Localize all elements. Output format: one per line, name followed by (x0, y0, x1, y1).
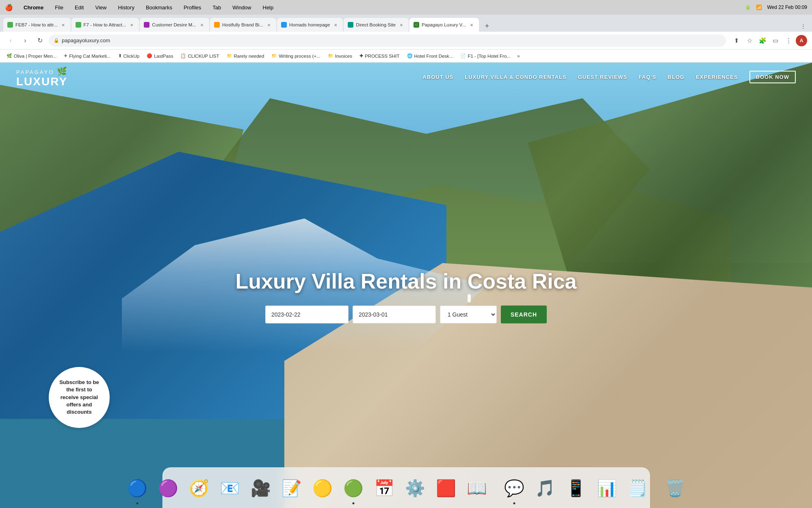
battery-icon: 🔋 (745, 4, 751, 10)
subscribe-bubble[interactable]: Subscribe to be the first to receive spe… (49, 367, 110, 428)
menubar-window[interactable]: Window (230, 4, 253, 11)
dock-launchpad[interactable]: 🟣 (154, 474, 182, 502)
checkin-input[interactable] (265, 306, 349, 323)
dock-stickies[interactable]: 🗒️ (624, 474, 652, 502)
tab-papagayo[interactable]: 🌿 Papagayo Luxury V... × (409, 18, 479, 32)
bookmark-favicon-lastpass: 🔴 (147, 53, 152, 59)
chrome-toolbar: ‹ › ↻ 🔒 papagayoluxury.com ⬆ ☆ 🧩 ▭ ⋮ A (0, 32, 812, 50)
menubar-chrome[interactable]: Chrome (21, 4, 46, 11)
bookmark-label-lastpass: LastPass (154, 54, 173, 59)
tab-f7[interactable]: F7 - How to Attract... × (71, 18, 139, 32)
bookmark-favicon-rarely: 📁 (227, 53, 232, 59)
photobooth-icon: 🟥 (436, 480, 456, 496)
dock: 🔵 🟣 🧭 📧 🎥 📝 🟡 🟢 📅 ⚙️ 🟥 📖 💬 🎵 (162, 467, 650, 508)
menubar-profiles[interactable]: Profiles (181, 4, 204, 11)
tab-close-customer[interactable]: × (199, 22, 205, 28)
bookmark-label-process: PROCESS SHIT (365, 54, 400, 59)
sidebar-icon[interactable]: ▭ (770, 35, 781, 46)
numbers-icon: 📊 (597, 480, 617, 496)
tab-close-feb7[interactable]: × (60, 22, 67, 28)
tab-homads[interactable]: Homads homepage × (277, 18, 343, 32)
extensions-icon[interactable]: 🧩 (757, 35, 768, 46)
bookmark-clickuplist[interactable]: 📋 CLICKUP LIST (177, 52, 222, 60)
bookmark-star-icon[interactable]: ☆ (744, 35, 755, 46)
trash-icon: 🗑️ (665, 480, 685, 496)
tab-close-hostfully[interactable]: × (266, 22, 272, 28)
menubar-edit[interactable]: Edit (72, 4, 86, 11)
nav-about[interactable]: ABOUT US (422, 74, 453, 80)
bookmark-writing[interactable]: 📁 Writing process (+... (268, 52, 323, 60)
dock-numbers[interactable]: 📊 (593, 474, 621, 502)
dock-facetime[interactable]: 🎥 (247, 474, 275, 502)
refresh-button[interactable]: ↻ (34, 35, 45, 46)
address-bar[interactable]: 🔒 papagayoluxury.com (49, 35, 726, 47)
bookmark-hotelfront[interactable]: 🌐 Hotel Front Desk... (404, 52, 457, 60)
dock-finder[interactable]: 🔵 (123, 474, 151, 502)
dock-safari[interactable]: 🧭 (185, 474, 213, 502)
dock-appstore[interactable]: 📱 (562, 474, 590, 502)
menubar-history[interactable]: History (115, 4, 136, 11)
apple-menu[interactable]: 🍎 (5, 4, 13, 11)
new-tab-button[interactable]: + (481, 20, 493, 32)
dock-slack[interactable]: 💬 (500, 474, 528, 502)
logo-leaf-icon: 🌿 (57, 67, 68, 76)
bookmark-favicon-process: ✚ (359, 53, 363, 59)
menubar-help[interactable]: Help (260, 4, 276, 11)
bookmark-lastpass[interactable]: 🔴 LastPass (143, 52, 176, 60)
nav-blog[interactable]: BLOG (668, 74, 685, 80)
bookmark-oliva[interactable]: 🌿 Oliva | Proper Men... (3, 52, 60, 60)
bookmark-label-clickuplist: CLICKUP LIST (188, 54, 219, 59)
dock-pages[interactable]: 📖 (463, 474, 491, 502)
forward-button[interactable]: › (19, 35, 31, 46)
bookmark-favicon-clickup: ⬆ (118, 53, 122, 59)
share-icon[interactable]: ⬆ (731, 35, 742, 46)
search-button[interactable]: SEARCH (501, 306, 547, 323)
guests-select[interactable]: 1 Guest 2 Guests 3 Guests 4 Guests 5 Gue… (440, 306, 497, 323)
dock-trash[interactable]: 🗑️ (661, 474, 689, 502)
dock-mail[interactable]: 📧 (216, 474, 244, 502)
tab-direct[interactable]: Direct Booking Site × (344, 18, 409, 32)
nav-faq[interactable]: FAQ'S (639, 74, 656, 80)
tab-list-button[interactable]: ⋮ (797, 20, 809, 32)
dock-photobooth[interactable]: 🟥 (432, 474, 460, 502)
nav-reviews[interactable]: GUEST REVIEWS (578, 74, 627, 80)
menubar-view[interactable]: View (93, 4, 109, 11)
bookmarks-overflow[interactable]: » (515, 52, 522, 60)
nav-experiences[interactable]: EXPERIENCES (696, 74, 738, 80)
bookmark-rarely[interactable]: 📁 Rarely needed (223, 52, 268, 60)
tab-close-f7[interactable]: × (128, 22, 135, 28)
tab-customer[interactable]: Customer Desire M... × (140, 18, 209, 32)
tab-favicon-homads (281, 22, 287, 28)
url-text: papagayoluxury.com (62, 37, 721, 43)
menubar-bookmarks[interactable]: Bookmarks (143, 4, 175, 11)
pages-icon: 📖 (467, 480, 487, 496)
dock-sysprefs[interactable]: ⚙️ (401, 474, 429, 502)
tab-feb7[interactable]: FEB7 - How to attr... × (3, 18, 71, 32)
tab-hostfully[interactable]: Hostfully Brand Bi... × (210, 18, 276, 32)
menu-icon[interactable]: ⋮ (783, 35, 794, 46)
dock-notes[interactable]: 📝 (278, 474, 305, 502)
site-logo[interactable]: PAPAGAYO 🌿 LUXURY (16, 66, 68, 87)
profile-button[interactable]: A (796, 35, 807, 46)
dock-spotify[interactable]: 🎵 (531, 474, 559, 502)
tab-label-papagayo: Papagayo Luxury V... (422, 22, 466, 27)
bookmark-invoices[interactable]: 📁 Invoices (325, 52, 355, 60)
nav-rentals[interactable]: LUXURY VILLA & CONDO RENTALS (465, 74, 566, 80)
tab-close-homads[interactable]: × (332, 22, 339, 28)
freeform-icon: 🟡 (312, 480, 333, 496)
bookmark-f1[interactable]: 📄 F1 - [Top Hotel Fro... (457, 52, 513, 60)
tab-close-papagayo[interactable]: × (468, 22, 475, 28)
menubar-file[interactable]: File (52, 4, 66, 11)
checkout-input[interactable] (353, 306, 436, 323)
site-nav-links: ABOUT US LUXURY VILLA & CONDO RENTALS GU… (422, 71, 796, 83)
dock-freeform[interactable]: 🟡 (309, 474, 336, 502)
menubar-tab[interactable]: Tab (210, 4, 223, 11)
dock-calendar[interactable]: 📅 (370, 474, 398, 502)
back-button[interactable]: ‹ (5, 35, 16, 46)
nav-book-now[interactable]: BOOK NOW (749, 71, 796, 83)
bookmark-process[interactable]: ✚ PROCESS SHIT (356, 52, 403, 60)
bookmark-clickup[interactable]: ⬆ ClickUp (115, 52, 143, 60)
dock-chrome[interactable]: 🟢 (340, 474, 367, 502)
bookmark-flyingcat[interactable]: ✈ Flying Cat Marketi... (61, 52, 114, 60)
tab-close-direct[interactable]: × (398, 22, 405, 28)
